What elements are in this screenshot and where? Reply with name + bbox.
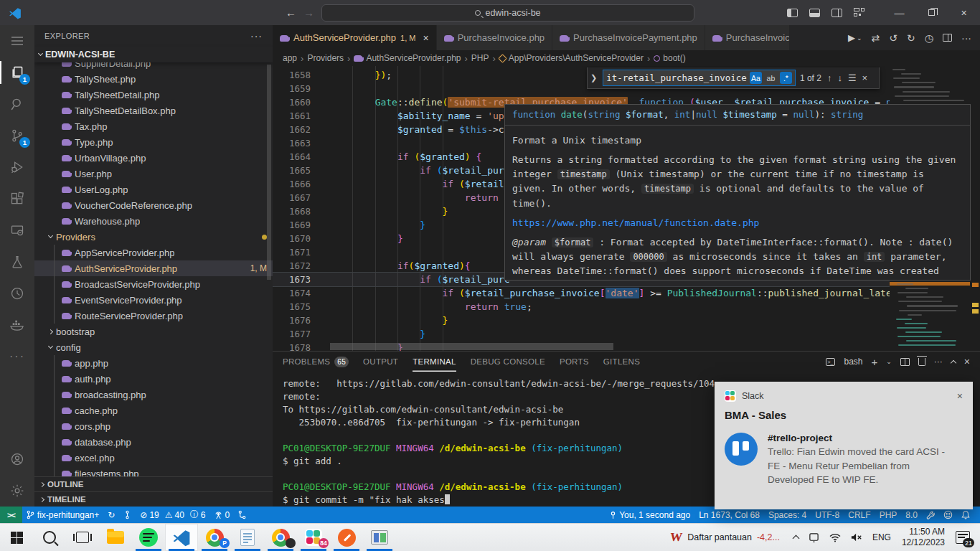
breadcrumb-item[interactable]: boot() [654,53,685,63]
sync-changes-icon[interactable]: ↻ [103,510,119,520]
sidebar-item-docker[interactable] [0,309,34,341]
restore-button[interactable] [915,0,948,25]
tree-file-user-php[interactable]: User.php [34,166,273,182]
tree-file-userlog-php[interactable]: UserLog.php [34,182,273,197]
previous-match-icon[interactable]: ↑ [827,72,832,83]
toggle-panel-icon[interactable] [809,9,820,17]
code-editor[interactable]: 1658 });16591660 Gate::define('submit-re… [273,66,980,351]
toggle-sidebar-icon[interactable] [787,9,798,17]
cursor-position[interactable]: Ln 1673, Col 68 [694,510,764,520]
toggle-replace-icon[interactable]: ❯ [589,73,598,83]
sidebar-item-explorer[interactable]: 1 [0,57,34,88]
news-watchlist-widget[interactable]: W Daftar pantauan -4,2... [661,530,788,545]
open-changes-icon[interactable]: ⇄ [872,32,880,44]
php-manual-link[interactable]: https://www.php.net/manual/function.date… [512,217,759,228]
customize-layout-icon[interactable] [854,8,864,17]
tree-file-tallysheetdetailbox-php[interactable]: TallySheetDetailBox.php [34,103,273,118]
ports-indicator[interactable]: 0 [210,510,235,520]
tree-file-type-php[interactable]: Type.php [34,134,273,150]
remote-indicator[interactable]: >< [0,507,22,523]
language-mode[interactable]: PHP [875,510,902,520]
gitlens-icon[interactable] [119,510,136,519]
tab-purchaseinvoic[interactable]: PurchaseInvoic [705,25,790,50]
workspace-root[interactable]: EDWIN-ACSI-BE [34,47,273,62]
tree-file-app-php[interactable]: app.php [34,355,273,371]
horizontal-scrollbar[interactable] [330,343,613,350]
encoding-indicator[interactable]: UTF-8 [811,510,844,520]
menu-hamburger-icon[interactable] [0,25,34,57]
run-code-button[interactable]: ▶⌄ [848,32,862,43]
wrench-icon[interactable] [922,511,939,519]
tree-folder-config[interactable]: config [34,339,273,355]
toast-close-icon[interactable]: × [957,390,963,402]
settings-gear-icon[interactable] [0,475,34,507]
whole-word-toggle[interactable]: ab [765,72,777,84]
split-terminal-icon[interactable] [900,358,910,366]
panel-tab-terminal[interactable]: TERMINAL [413,352,456,372]
terminal-dropdown-icon[interactable]: ⌄ [886,358,892,365]
file-explorer-button[interactable] [99,524,132,551]
breadcrumb-item[interactable]: app [283,53,297,63]
tree-file-urbanvillage-php[interactable]: UrbanVillage.php [34,150,273,166]
history-back-button[interactable]: ← [286,6,296,19]
notifications-bell-icon[interactable] [957,510,974,519]
tree-file-broadcastserviceprovider-php[interactable]: BroadcastServiceProvider.php [34,276,273,292]
outline-section[interactable]: OUTLINE [34,476,273,491]
tree-file-eventserviceprovider-php[interactable]: EventServiceProvider.php [34,292,273,308]
sidebar-item-testing[interactable] [0,246,34,278]
sidebar-scrollbar[interactable] [267,65,271,280]
tree-file-vouchercodereference-php[interactable]: VoucherCodeReference.php [34,197,273,213]
tree-file-authserviceprovider-php[interactable]: AuthServiceProvider.php1, M [34,260,273,276]
code-line-1675[interactable]: 1675 return true; [273,300,890,314]
tree-file-routeserviceprovider-php[interactable]: RouteServiceProvider.php [34,308,273,324]
your-phone-icon[interactable] [804,524,824,551]
breadcrumb-item[interactable]: App\Providers\AuthServiceProvider [499,53,644,63]
start-button[interactable] [0,524,33,551]
tree-file-cache-php[interactable]: cache.php [34,402,273,418]
find-in-selection-icon[interactable]: ☰ [848,72,857,83]
new-terminal-icon[interactable]: + [872,356,878,368]
shell-label[interactable]: bash [844,357,862,367]
orange-pen-app-button[interactable] [330,524,363,551]
feedback-smiley-icon[interactable] [939,510,957,519]
code-line-1674[interactable]: 1674 if ($retail_purchase_invoice['date'… [273,286,890,300]
panel-tab-output[interactable]: OUTPUT [363,352,398,372]
close-panel-icon[interactable]: × [964,356,970,367]
tree-file-broadcasting-php[interactable]: broadcasting.php [34,387,273,402]
code-line-1677[interactable]: 1677 } [273,327,890,341]
toggle-secondary-sidebar-icon[interactable] [831,9,842,17]
split-editor-icon[interactable] [943,34,952,42]
close-find-icon[interactable]: × [862,72,868,83]
close-button[interactable]: × [948,0,980,25]
tab-authserviceprovider-php[interactable]: AuthServiceProvider.php1, M× [273,25,437,50]
problems-indicator[interactable]: ⊘19 ⚠40 ⓘ6 [136,509,209,521]
indentation-indicator[interactable]: Spaces: 4 [764,510,811,520]
breadcrumb-item[interactable]: AuthServiceProvider.php [354,53,461,63]
tray-expand-icon[interactable] [788,524,804,551]
more-views-icon[interactable]: ··· [0,341,34,372]
breadcrumb-item[interactable]: PHP [471,53,489,63]
language-indicator[interactable]: ENG [867,524,896,551]
more-actions-icon[interactable]: ··· [961,32,971,44]
notepad-button[interactable] [231,524,264,551]
sidebar-item-source-control[interactable]: 1 [0,120,34,151]
breadcrumb-item[interactable]: Providers [307,53,344,63]
taskbar-clock[interactable]: 11:50 AM 12/12/2023 [896,527,951,548]
sidebar-item-run-debug[interactable] [0,151,34,183]
task-view-button[interactable] [66,524,99,551]
eol-indicator[interactable]: CRLF [844,510,875,520]
php-version[interactable]: 8.0 [901,510,922,520]
tree-folder-providers[interactable]: Providers [34,229,273,245]
account-icon[interactable] [0,443,34,475]
action-center-button[interactable]: 21 [951,524,980,551]
slack-button[interactable]: 84 [297,524,330,551]
kill-terminal-icon[interactable] [918,358,925,366]
tree-file-auth-php[interactable]: auth.php [34,371,273,387]
compare-branch-icon[interactable] [234,510,250,519]
git-branch-indicator[interactable]: fix-perhitungan+ [22,510,103,520]
tree-folder-bootstrap[interactable]: bootstrap [34,324,273,339]
maximize-panel-icon[interactable] [951,359,956,365]
sidebar-item-extensions[interactable] [0,183,34,215]
tab-purchaseinvoice-php[interactable]: PurchaseInvoice.php [437,25,552,50]
next-change-icon[interactable]: ↻ [907,32,915,44]
